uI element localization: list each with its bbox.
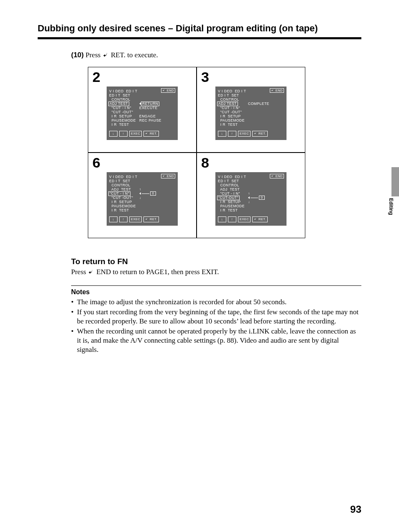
lcd-panel-2: 2 ENDV I DEO ED I TED I T SET CONTROLADJ… bbox=[88, 67, 197, 153]
lcd-menu-item: "CUT - I N" bbox=[218, 191, 248, 196]
lcd-row: ED I T SET bbox=[218, 179, 284, 183]
lcd-panels-grid: 2 ENDV I DEO ED I TED I T SET CONTROLADJ… bbox=[88, 67, 305, 238]
down-button[interactable]: ↓ bbox=[109, 131, 118, 137]
lcd-menu-item: CONTROL bbox=[218, 97, 248, 102]
lcd-row: PAUSEMODE bbox=[218, 204, 284, 208]
down-button[interactable]: ↓ bbox=[109, 216, 118, 222]
ret-button[interactable]: RET. bbox=[143, 131, 159, 137]
lcd-menu-item: PAUSEMODE bbox=[109, 204, 139, 208]
note-item: When the recording unit cannot be operat… bbox=[71, 327, 361, 354]
lcd-row: I R TEST bbox=[109, 208, 175, 212]
panel-number: 2 bbox=[92, 70, 192, 84]
lcd-row: I R TEST bbox=[218, 122, 284, 127]
lcd-menu-item: I R SETUP bbox=[109, 200, 139, 204]
note-item: If you start recording from the very beg… bbox=[71, 308, 361, 326]
end-button[interactable]: END bbox=[270, 174, 284, 178]
lcd-value: ↓ bbox=[248, 200, 250, 204]
lcd-row: "CUT -OUT"↓ bbox=[109, 196, 175, 200]
panel-number: 6 bbox=[92, 155, 192, 170]
exec-button[interactable]: EXEC bbox=[238, 216, 251, 222]
panel-number: 8 bbox=[201, 155, 301, 170]
page-number: 93 bbox=[350, 504, 361, 515]
lcd-panel-3: 3 ENDV I DEO ED I TED I T SET CONTROLADJ… bbox=[197, 67, 305, 153]
lcd-value: EXECUTE bbox=[139, 106, 158, 110]
step-pre: Press bbox=[85, 51, 102, 59]
lcd-row: "CUT -OUT" bbox=[218, 110, 284, 114]
lcd-row: I R TEST bbox=[218, 208, 284, 212]
return-to-fn-heading: To return to FN bbox=[71, 257, 361, 266]
lcd-menu-item: ADJ TEST bbox=[109, 102, 139, 106]
end-button[interactable]: END bbox=[161, 174, 175, 178]
lcd-value: ↓ bbox=[139, 196, 141, 200]
lcd-row: ED I T SET bbox=[109, 179, 175, 183]
lcd-panel-8: 8 ENDV I DEO ED I TED I T SET CONTROL AD… bbox=[197, 153, 305, 238]
lcd-row: CONTROL bbox=[218, 97, 284, 102]
exec-button[interactable]: EXEC bbox=[129, 216, 142, 222]
lcd-row: I R SETUPENGAGE bbox=[109, 114, 175, 118]
exec-button[interactable]: EXEC bbox=[238, 131, 251, 137]
ret-button[interactable]: RET. bbox=[252, 216, 268, 222]
lcd-row: "CUT - I N"0 bbox=[109, 191, 175, 196]
lcd-footer: ↓↑EXEC RET. bbox=[109, 131, 175, 137]
notes-heading: Notes bbox=[71, 288, 361, 296]
lcd-menu-item: "CUT - I N" bbox=[109, 191, 139, 196]
lcd-menu-item: PAUSEMODE bbox=[109, 118, 139, 122]
lcd-menu-item: CONTROL bbox=[109, 183, 139, 187]
step-post: RET. to execute. bbox=[111, 51, 158, 59]
lcd-menu-item: ED I T SET bbox=[218, 93, 248, 97]
lcd-screen: ENDV I DEO ED I TED I T SET CONTROLADJ T… bbox=[215, 87, 286, 140]
up-button[interactable]: ↑ bbox=[228, 131, 236, 137]
lcd-menu-item: V I DEO ED I T bbox=[109, 175, 139, 179]
down-button[interactable]: ↓ bbox=[218, 216, 226, 222]
notes-list: The image to adjust the synchronization … bbox=[71, 298, 361, 355]
lcd-row: "CUT - I N"EXECUTE bbox=[109, 106, 175, 110]
lcd-menu-item: ED I T SET bbox=[218, 179, 248, 183]
lcd-row: I R SETUP bbox=[218, 114, 284, 118]
lcd-row: "CUT-OUT"0 bbox=[218, 196, 284, 200]
step-number: (10) bbox=[71, 51, 84, 59]
lcd-row: ADJ TESTCOMPLETE bbox=[218, 102, 284, 106]
return-icon bbox=[102, 52, 109, 59]
lcd-row: CONTROL bbox=[218, 183, 284, 187]
lcd-screen: ENDV I DEO ED I TED I T SET CONTROLADJ T… bbox=[107, 87, 178, 140]
step-10-instruction: (10) Press RET. to execute. bbox=[71, 51, 361, 59]
lcd-row: I R TEST bbox=[109, 122, 175, 127]
lcd-menu-item: ED I T SET bbox=[109, 179, 139, 183]
lcd-menu-item: CONTROL bbox=[218, 183, 248, 187]
lcd-value: 0 bbox=[139, 191, 156, 196]
lcd-row: I R SETUP bbox=[109, 200, 175, 204]
lcd-screen: ENDV I DEO ED I TED I T SET CONTROL ADJ … bbox=[215, 172, 286, 226]
end-button[interactable]: END bbox=[161, 88, 175, 93]
panel-number: 3 bbox=[201, 70, 301, 84]
up-button[interactable]: ↑ bbox=[119, 131, 128, 137]
lcd-menu-item: PAUSEMODE bbox=[218, 118, 248, 122]
lcd-menu-item: I R TEST bbox=[218, 208, 248, 212]
lcd-menu-item: "CUT -OUT" bbox=[109, 196, 139, 200]
lcd-menu-item: "CUT -OUT" bbox=[109, 110, 139, 114]
ret-button[interactable]: RET. bbox=[143, 216, 159, 222]
lcd-menu-item: V I DEO ED I T bbox=[218, 89, 248, 93]
lcd-menu-item: I R TEST bbox=[109, 208, 139, 212]
return-pre: Press bbox=[71, 268, 88, 276]
lcd-row: I R SETUP↓ bbox=[218, 200, 284, 204]
lcd-menu-item: "CUT - I N" bbox=[109, 106, 139, 110]
lcd-value: ENGAGE bbox=[139, 114, 156, 118]
up-button[interactable]: ↑ bbox=[228, 216, 236, 222]
lcd-menu-item: I R SETUP bbox=[109, 114, 139, 118]
lcd-menu-item: "CUT - I N" bbox=[218, 106, 248, 110]
lcd-row: ADJ TESTRETURN bbox=[109, 102, 175, 106]
ret-button[interactable]: RET. bbox=[252, 131, 268, 137]
lcd-value: COMPLETE bbox=[248, 102, 269, 106]
lcd-panel-6: 6 ENDV I DEO ED I TED I T SET CONTROL AD… bbox=[88, 153, 197, 238]
return-to-fn-text: Press END to return to PAGE1, then press… bbox=[71, 268, 361, 276]
lcd-footer: ↓↑EXEC RET. bbox=[218, 131, 284, 137]
lcd-menu-item: I R TEST bbox=[218, 122, 248, 127]
end-button[interactable]: END bbox=[270, 88, 284, 93]
up-button[interactable]: ↑ bbox=[119, 216, 128, 222]
exec-button[interactable]: EXEC bbox=[129, 131, 142, 137]
lcd-row: "CUT - I N"↑ bbox=[218, 191, 284, 196]
lcd-footer: ↓↑EXEC RET. bbox=[109, 216, 175, 222]
lcd-value: REC PAUSE bbox=[139, 118, 161, 122]
lcd-row: CONTROL bbox=[109, 183, 175, 187]
down-button[interactable]: ↓ bbox=[218, 131, 226, 137]
